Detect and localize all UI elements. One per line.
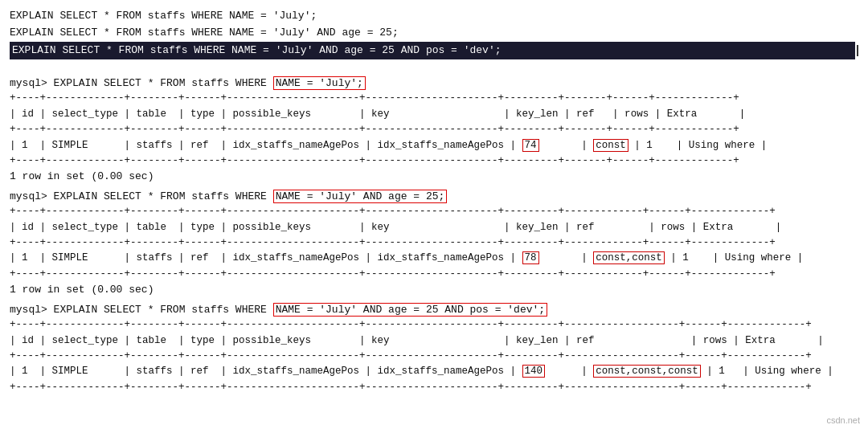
code-line-2: EXPLAIN SELECT * FROM staffs WHERE NAME … <box>10 25 858 42</box>
table-2-separator-top: +----+-------------+--------+------+----… <box>10 204 858 219</box>
page-wrapper: EXPLAIN SELECT * FROM staffs WHERE NAME … <box>0 0 868 433</box>
table-3-separator-top: +----+-------------+--------+------+----… <box>10 317 858 333</box>
table-2-header: | id | select_type | table | type | poss… <box>10 220 858 235</box>
query-1-result: 1 row in set (0.00 sec) <box>10 170 858 182</box>
mysql-section-1: mysql> EXPLAIN SELECT * FROM staffs WHER… <box>10 77 858 182</box>
q3-key-len: 140 <box>522 365 546 378</box>
table-1-separator-bot: +----+-------------+--------+------+----… <box>10 153 858 169</box>
main-content: EXPLAIN SELECT * FROM staffs WHERE NAME … <box>0 0 868 433</box>
query-2-result: 1 row in set (0.00 sec) <box>10 284 858 296</box>
q1-key-len: 74 <box>522 139 539 152</box>
q2-ref: const,const <box>593 251 665 264</box>
query-3-table: +----+-------------+--------+------+----… <box>10 317 858 395</box>
text-cursor <box>857 45 858 56</box>
code-line-1: EXPLAIN SELECT * FROM staffs WHERE NAME … <box>10 8 858 25</box>
mysql-section-2: mysql> EXPLAIN SELECT * FROM staffs WHER… <box>10 190 858 296</box>
table-3-data: | 1 | SIMPLE | staffs | ref | idx_staffs… <box>10 364 858 379</box>
table-3-separator-mid: +----+-------------+--------+------+----… <box>10 349 858 364</box>
table-2-separator-mid: +----+-------------+--------+------+----… <box>10 235 858 251</box>
query-1-prefix: mysql> EXPLAIN SELECT * FROM staffs WHER… <box>10 77 273 89</box>
query-1-highlight: NAME = 'July'; <box>273 76 366 90</box>
query-2-prompt: mysql> EXPLAIN SELECT * FROM staffs WHER… <box>10 190 858 202</box>
query-1-prompt: mysql> EXPLAIN SELECT * FROM staffs WHER… <box>10 77 858 89</box>
code-line-3-selected: EXPLAIN SELECT * FROM staffs WHERE NAME … <box>10 42 855 60</box>
table-1-data: | 1 | SIMPLE | staffs | ref | idx_staffs… <box>10 138 858 153</box>
table-2-data: | 1 | SIMPLE | staffs | ref | idx_staffs… <box>10 251 858 266</box>
query-3-prefix: mysql> EXPLAIN SELECT * FROM staffs WHER… <box>10 304 273 316</box>
query-2-table: +----+-------------+--------+------+----… <box>10 204 858 282</box>
q1-ref: const <box>593 139 628 152</box>
mysql-section-3: mysql> EXPLAIN SELECT * FROM staffs WHER… <box>10 304 858 395</box>
q2-key-len: 78 <box>522 251 539 264</box>
code-block: EXPLAIN SELECT * FROM staffs WHERE NAME … <box>10 8 858 59</box>
query-3-prompt: mysql> EXPLAIN SELECT * FROM staffs WHER… <box>10 304 858 316</box>
table-1-separator-mid: +----+-------------+--------+------+----… <box>10 122 858 137</box>
table-3-separator-bot: +----+-------------+--------+------+----… <box>10 380 858 395</box>
code-line-3-text: EXPLAIN SELECT * FROM staffs WHERE NAME … <box>12 44 502 56</box>
table-1-separator-top: +----+-------------+--------+------+----… <box>10 91 858 106</box>
table-1-header: | id | select_type | table | type | poss… <box>10 107 858 122</box>
query-2-prefix: mysql> EXPLAIN SELECT * FROM staffs WHER… <box>10 190 273 202</box>
query-3-highlight: NAME = 'July' AND age = 25 AND pos = 'de… <box>273 303 547 317</box>
q3-ref: const,const,const <box>593 365 701 378</box>
table-3-header: | id | select_type | table | type | poss… <box>10 333 858 349</box>
query-1-table: +----+-------------+--------+------+----… <box>10 91 858 169</box>
watermark: csdn.net <box>826 415 860 425</box>
query-2-highlight: NAME = 'July' AND age = 25; <box>273 190 448 203</box>
table-2-separator-bot: +----+-------------+--------+------+----… <box>10 267 858 282</box>
